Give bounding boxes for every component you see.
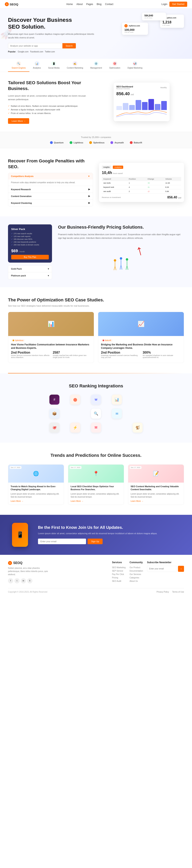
rocket-decoration: 🚀 — [0, 28, 12, 40]
search-button[interactable]: Search — [62, 43, 76, 49]
asymath-dot — [110, 141, 113, 144]
service-link-5[interactable]: SEO Audit — [112, 580, 126, 583]
footer-community-list: Our Product Documentation Our Services C… — [130, 566, 143, 583]
nav-pages[interactable]: Pages — [86, 3, 93, 6]
yahoo-domain: yahoo.com — [167, 17, 177, 19]
platinum-pack-header[interactable]: Platinum pack ▾ — [8, 272, 52, 279]
logo-splentious: Splentious — [89, 141, 104, 144]
management-icon: ⚙️ — [94, 61, 99, 66]
search-input[interactable] — [8, 43, 62, 49]
integration-analytics[interactable]: 📊 — [112, 395, 122, 405]
newsletter-email-input[interactable] — [38, 538, 86, 544]
bar-3 — [129, 105, 135, 110]
popular-facebook[interactable]: Facebook.com — [30, 51, 43, 53]
service-link-2[interactable]: SEP Service — [112, 569, 126, 572]
community-link-3[interactable]: Our Services — [130, 572, 143, 576]
recover-dash-active-tab[interactable]: Analytics — [113, 165, 123, 169]
hero-title: Discover Your Business SEO Solution. — [8, 17, 100, 30]
footer: S SEOQ Nullam placerat, arcu vitae phare… — [0, 555, 192, 596]
tab-content-marketing[interactable]: ✍️ Content Marketing — [63, 59, 87, 72]
blog-title-3: SEO Content Marketing and Creating Valua… — [131, 485, 182, 491]
tab-digital-marketing[interactable]: 📢 Digital Marketing — [124, 59, 146, 72]
newsletter-phone: 📱 — [8, 523, 32, 547]
blog-desc-3: Lorem ipsum dolor sit amet, consectetur … — [131, 492, 182, 498]
twitter-social[interactable]: t — [14, 578, 20, 583]
integration-hubspot[interactable]: ⬤ — [70, 395, 80, 405]
service-link-1[interactable]: SEO Marketing — [112, 566, 126, 569]
case-card-1: 📊 Splentious How Visme Facilitates Commu… — [8, 312, 94, 363]
service-link-4[interactable]: Pricing — [112, 576, 126, 580]
integration-webflow[interactable]: W — [91, 395, 101, 405]
service-link-3[interactable]: Pay Per Click — [112, 572, 126, 576]
dash-period: Monthly — [160, 87, 167, 89]
metric-position-2: 2nd Position Drawings repeated counsel c… — [101, 351, 139, 359]
blog-learn-1[interactable]: Learn More → — [10, 500, 23, 502]
footer-email-input[interactable] — [147, 566, 177, 572]
popular-google[interactable]: Google.com — [18, 51, 29, 53]
login-button[interactable]: Login — [161, 3, 167, 6]
terms-link[interactable]: Terms of Use — [172, 591, 184, 593]
community-link-5[interactable]: About Us — [130, 580, 143, 583]
tab-social-media[interactable]: 📱 Social Media — [44, 59, 63, 72]
copyright-text: Copyright © 2016-2023, All Rights Reserv… — [8, 591, 47, 593]
blog-learn-2[interactable]: Learn More → — [71, 500, 84, 502]
tab-optimization[interactable]: 🎯 Optimization — [106, 59, 124, 72]
get-started-button[interactable]: Get Started — [169, 2, 187, 7]
feature-section: Tailored SEO Solutions Boost Your Busine… — [0, 72, 192, 132]
blog-learn-3[interactable]: Learn More → — [131, 500, 143, 502]
case-img-1: 📊 — [8, 312, 94, 336]
accordion-keyword-header[interactable]: Keyword Research ▶ — [8, 186, 93, 193]
footer-subscribe-button[interactable]: → — [178, 566, 184, 572]
tab-search-engines[interactable]: 🔍 Search Engines — [8, 59, 29, 72]
community-link-2[interactable]: Documentation — [130, 569, 143, 572]
bullet-2: Aenean a ligula tristique, euiscipit ull… — [8, 108, 93, 112]
blog-body-1: Trends to Watch Staying Ahead in the Eve… — [8, 483, 64, 505]
myforce-sub: 158.9K visits — [124, 31, 146, 33]
nav-contact[interactable]: Contact — [105, 3, 113, 6]
linkedin-social[interactable]: li — [27, 578, 32, 583]
case-body-1: Splentious How Visme Facilitates Communi… — [8, 336, 94, 363]
accordion-competitors: Competitors Analysis ▼ Prioreum vulte ub… — [8, 173, 93, 186]
recover-dash-footer: Revenue on investment 856.40 usd — [102, 195, 181, 199]
blog-card-3: Dec 17, 2022 📝 SEO Content Marketing and… — [128, 464, 184, 505]
logo[interactable]: S SEOQ — [5, 2, 18, 6]
blog-card-1: Dec 17, 2022 🌐 Trends to Watch Staying A… — [8, 464, 64, 505]
nav-blog[interactable]: Blog — [97, 3, 101, 6]
community-link-4[interactable]: Categories — [130, 576, 143, 580]
accordion-clustering-header[interactable]: Keyword Clustering ▶ — [8, 199, 93, 206]
integration-mailchimp[interactable]: 🐒 — [133, 423, 142, 433]
accordion-competitors-header[interactable]: Competitors Analysis ▼ — [8, 173, 93, 179]
accordion-content-header[interactable]: Content Generation ▶ — [8, 193, 93, 199]
quantum-dot — [50, 141, 53, 144]
community-link-1[interactable]: Our Product — [130, 566, 143, 569]
tab-management[interactable]: ⚙️ Management — [87, 59, 106, 72]
gold-pack-header[interactable]: Gold Pack ▾ — [8, 266, 52, 272]
facebook-social[interactable]: f — [8, 578, 13, 583]
empty-slot-4 — [112, 423, 122, 433]
blog-date-1: Dec 17, 2022 — [10, 466, 22, 469]
nav-about[interactable]: About — [76, 3, 83, 6]
newsletter-signup-button[interactable]: Sign Up — [88, 538, 103, 544]
case-title-2: Bridging the Marketing and Business Divi… — [101, 343, 181, 350]
blog-card-2: Dec 17, 2022 📍 Local SEO Checklist Steps… — [68, 464, 124, 505]
recover-dash-tab[interactable]: Insights — [102, 165, 111, 169]
feature-5: 200 new leads & domain counts — [11, 243, 49, 246]
nav-home[interactable]: Home — [66, 3, 73, 6]
tab-analytics[interactable]: 📊 Analytics — [29, 59, 44, 72]
blog-img-2: Dec 17, 2022 📍 — [68, 465, 124, 483]
platinum-pack-item: Platinum pack ▾ — [8, 272, 52, 279]
integration-slack[interactable]: # — [50, 395, 59, 405]
content-marketing-icon: ✍️ — [73, 61, 77, 66]
feature-learn-more[interactable]: Learn More → — [8, 118, 29, 124]
buy-silver-button[interactable]: Buy This Plan — [11, 255, 49, 259]
integration-dropbox[interactable]: 📦 — [50, 409, 59, 418]
integration-github[interactable]: 🐙 — [50, 423, 59, 433]
instagram-social[interactable]: in — [21, 578, 26, 583]
case-studies-title: The Power of Optimization SEO Case Studi… — [8, 297, 184, 303]
integration-monday[interactable]: M — [91, 423, 101, 433]
integration-sendgrid[interactable]: ✉ — [112, 409, 122, 418]
integration-google[interactable]: 🔍 — [91, 409, 101, 418]
privacy-policy-link[interactable]: Privacy Policy — [157, 591, 169, 593]
integration-zapier[interactable]: ⚡ — [70, 423, 80, 433]
popular-twitter[interactable]: Twitter.com — [45, 51, 55, 53]
